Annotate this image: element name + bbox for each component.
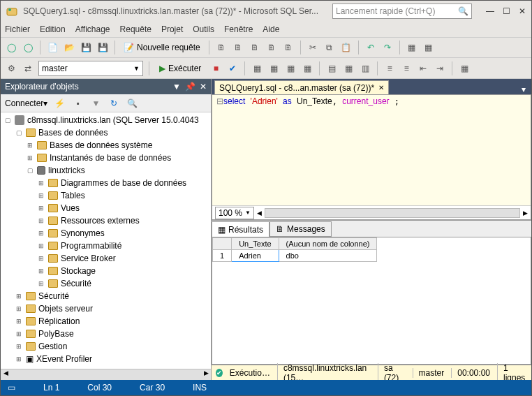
zoom-bar: 100 %▼ ◀ ▶ xyxy=(212,205,531,219)
search-obj-icon[interactable]: 🔍 xyxy=(126,97,138,110)
cell-0-1[interactable]: dbo xyxy=(279,250,377,262)
scroll-left-icon[interactable]: ◀ xyxy=(257,210,262,217)
parse-icon[interactable]: ✔ xyxy=(226,62,239,75)
tree-serverobj[interactable]: ⊞Objets serveur xyxy=(1,302,211,315)
stats-icon[interactable]: ▦ xyxy=(284,62,297,75)
tree-storage[interactable]: ⊞Stockage xyxy=(1,265,211,277)
tree-sysdb[interactable]: ⊞Bases de données système xyxy=(1,139,211,152)
tab-results[interactable]: ▦Résultats xyxy=(212,221,269,237)
tree-extres[interactable]: ⊞Ressources externes xyxy=(1,214,211,227)
tree-linuxtricks[interactable]: ▢linuxtricks xyxy=(1,164,211,177)
stop-icon[interactable]: ■ xyxy=(209,62,222,75)
panel-close-icon[interactable]: ✕ xyxy=(200,82,207,91)
indent-icon[interactable]: ▦ xyxy=(422,41,435,54)
xmla-icon[interactable]: 🗎 xyxy=(215,41,228,54)
disconnect-icon[interactable]: ⚡ xyxy=(53,97,66,110)
tab-sqlquery1[interactable]: SQLQuery1.sql - c8...an.master (sa (72))… xyxy=(214,80,389,94)
copy-icon[interactable]: ⧉ xyxy=(323,41,336,54)
filter-icon[interactable]: ▼ xyxy=(89,97,102,110)
maximize-button[interactable]: ☐ xyxy=(503,6,510,16)
editor-content[interactable]: ⊟select 'Adrien' as Un_Texte, current_us… xyxy=(212,95,531,205)
tree-synonyms[interactable]: ⊞Synonymes xyxy=(1,227,211,240)
comment-icon[interactable]: ▦ xyxy=(406,41,418,54)
tab-close-icon[interactable]: ✕ xyxy=(378,84,384,91)
menu-edit[interactable]: Edition xyxy=(40,24,66,34)
results-grid[interactable]: Un_Texte (Aucun nom de colonne) 1 Adrien… xyxy=(212,237,531,365)
back-icon[interactable]: ◯ xyxy=(5,41,17,54)
menu-tools[interactable]: Outils xyxy=(193,24,214,34)
open-icon[interactable]: 📂 xyxy=(63,41,75,54)
zoom-combo[interactable]: 100 %▼ xyxy=(215,207,254,219)
object-tree[interactable]: ▢c8mssql.linuxtricks.lan (SQL Server 15.… xyxy=(1,112,211,369)
row-number[interactable]: 1 xyxy=(213,250,232,262)
cell-0-0[interactable]: Adrien xyxy=(232,250,279,262)
tab-messages[interactable]: 🗎Messages xyxy=(269,221,332,237)
refresh-icon[interactable]: ↻ xyxy=(108,97,120,110)
database-combo[interactable]: master ▼ xyxy=(38,61,143,76)
col-header-1[interactable]: (Aucun nom de colonne) xyxy=(279,238,377,250)
plan-icon[interactable]: ▦ xyxy=(251,62,263,75)
indent-left-icon[interactable]: ⇤ xyxy=(417,62,429,75)
specify-values-icon[interactable]: ▦ xyxy=(458,62,471,75)
stop-conn-icon[interactable]: ▪ xyxy=(71,97,84,110)
tree-polybase[interactable]: ⊞PolyBase xyxy=(1,328,211,340)
quick-launch-input[interactable]: Lancement rapide (Ctrl+Q) 🔍 xyxy=(332,3,472,19)
results-file-icon[interactable]: ▥ xyxy=(359,62,371,75)
tree-sec-db[interactable]: ⊞Sécurité xyxy=(1,277,211,290)
menu-window[interactable]: Fenêtre xyxy=(224,24,253,34)
scroll-right-icon[interactable]: ▶ xyxy=(523,210,528,217)
panel-menu-icon[interactable]: ▼ xyxy=(172,82,181,91)
results-grid-icon[interactable]: ▦ xyxy=(342,62,355,75)
tree-diagrams[interactable]: ⊞Diagrammes de base de données xyxy=(1,177,211,189)
client-stats-icon[interactable]: ▦ xyxy=(301,62,313,75)
new-query-button[interactable]: 📝 Nouvelle requête xyxy=(121,41,203,54)
tree-sb[interactable]: ⊞Service Broker xyxy=(1,252,211,265)
col-header-0[interactable]: Un_Texte xyxy=(232,238,279,250)
save-icon[interactable]: 💾 xyxy=(80,41,92,54)
execute-button[interactable]: ▶ Exécuter xyxy=(155,62,205,75)
indent-right-icon[interactable]: ⇥ xyxy=(434,62,446,75)
tree-views[interactable]: ⊞Vues xyxy=(1,202,211,214)
use-db-icon[interactable]: ⚙ xyxy=(5,62,17,75)
comment-out-icon[interactable]: ≡ xyxy=(383,62,396,75)
tab-overflow-icon[interactable]: ▾ xyxy=(519,85,529,94)
tree-replication[interactable]: ⊞Réplication xyxy=(1,315,211,328)
menu-help[interactable]: Aide xyxy=(263,24,279,34)
forward-icon[interactable]: ◯ xyxy=(22,41,34,54)
menu-query[interactable]: Requête xyxy=(120,24,152,34)
tree-hscroll[interactable]: ◀ ▶ xyxy=(1,369,211,380)
tree-server[interactable]: ▢c8mssql.linuxtricks.lan (SQL Server 15.… xyxy=(1,114,211,126)
undo-icon[interactable]: ↶ xyxy=(364,41,377,54)
dmx-icon[interactable]: 🗎 xyxy=(249,41,261,54)
close-button[interactable]: ✕ xyxy=(519,6,526,16)
cut-icon[interactable]: ✂ xyxy=(306,41,319,54)
menu-view[interactable]: Affichage xyxy=(75,24,110,34)
editor-hscroll[interactable] xyxy=(265,208,520,218)
dax-icon[interactable]: 🗎 xyxy=(282,41,295,54)
uncomment-icon[interactable]: ≡ xyxy=(400,62,413,75)
tree-snapshots[interactable]: ⊞Instantanés de base de données xyxy=(1,152,211,164)
save-all-icon[interactable]: 💾 xyxy=(96,41,109,54)
folder-icon xyxy=(37,154,47,162)
change-conn-icon[interactable]: ⇄ xyxy=(22,62,34,75)
tree-xevent[interactable]: ⊞▣XEvent Profiler xyxy=(1,353,211,365)
tree-security[interactable]: ⊞Sécurité xyxy=(1,290,211,302)
connect-button[interactable]: Connecter▾ xyxy=(5,98,47,108)
include-plan-icon[interactable]: ▦ xyxy=(267,62,280,75)
mdx-icon[interactable]: 🗎 xyxy=(232,41,244,54)
menu-file[interactable]: Fichier xyxy=(5,24,30,34)
tree-prog[interactable]: ⊞Programmabilité xyxy=(1,240,211,252)
pin-icon[interactable]: 📌 xyxy=(185,82,195,91)
redo-icon[interactable]: ↷ xyxy=(381,41,394,54)
tree-tables[interactable]: ⊞Tables xyxy=(1,189,211,202)
tree-mgmt[interactable]: ⊞Gestion xyxy=(1,340,211,353)
sql-editor[interactable]: ⊟select 'Adrien' as Un_Texte, current_us… xyxy=(212,94,531,220)
menu-project[interactable]: Projet xyxy=(161,24,183,34)
new-project-icon[interactable]: 📄 xyxy=(46,41,59,54)
minimize-button[interactable]: — xyxy=(486,6,494,16)
tree-databases[interactable]: ▢Bases de données xyxy=(1,126,211,139)
xmla2-icon[interactable]: 🗎 xyxy=(265,41,278,54)
results-text-icon[interactable]: ▤ xyxy=(325,62,338,75)
paste-icon[interactable]: 📋 xyxy=(340,41,353,54)
server-icon xyxy=(15,115,24,125)
